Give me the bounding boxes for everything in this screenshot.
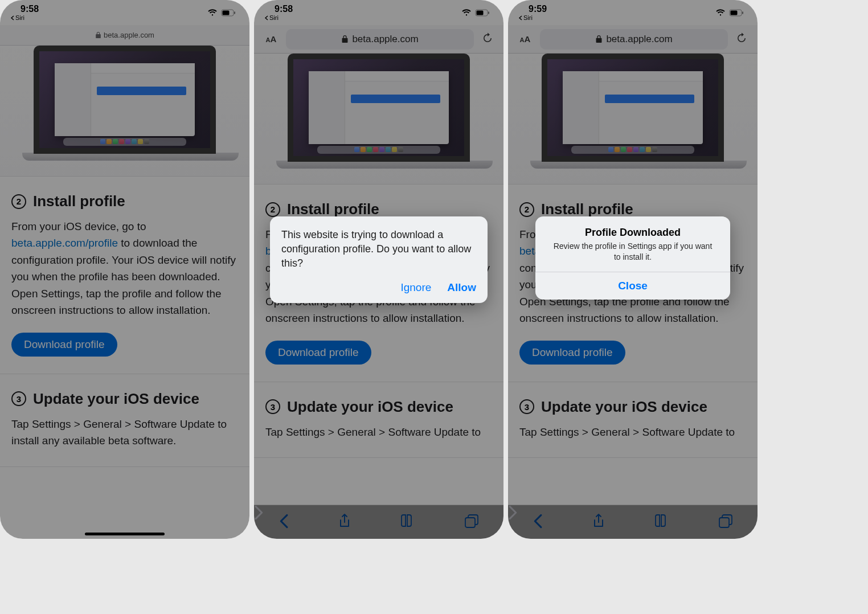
dim-overlay <box>0 0 249 539</box>
alert-close-button[interactable]: Close <box>535 272 730 300</box>
alert-subtitle: Review the profile in Settings app if yo… <box>535 241 730 272</box>
alert-title: Profile Downloaded <box>535 216 730 241</box>
profile-downloaded-alert: Profile Downloaded Review the profile in… <box>535 216 730 300</box>
phone-screenshot-1: 9:58 Siri beta.apple.com <box>0 0 249 539</box>
phone-screenshot-3: 9:59 Siri AA beta.apple.com <box>508 0 758 539</box>
download-confirmation-alert: This website is trying to download a con… <box>270 216 488 303</box>
phone-screenshot-2: 9:58 Siri AA beta.apple.com <box>254 0 503 539</box>
alert-allow-button[interactable]: Allow <box>447 281 476 294</box>
alert-ignore-button[interactable]: Ignore <box>400 281 431 294</box>
home-indicator[interactable] <box>85 533 165 535</box>
alert-message: This website is trying to download a con… <box>270 216 488 281</box>
